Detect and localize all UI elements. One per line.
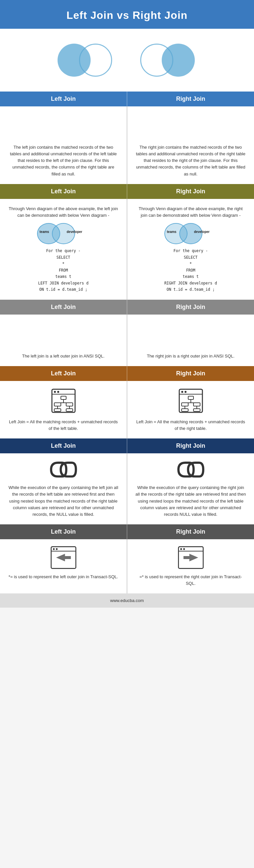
- section-2-left-title: Left Join: [0, 184, 127, 199]
- svg-rect-7: [54, 403, 61, 406]
- svg-point-15: [181, 391, 183, 393]
- section-3-left-venn: [42, 321, 85, 348]
- section-4-left-title: Left Join: [0, 366, 127, 381]
- svg-rect-8: [66, 403, 73, 406]
- section-3-body: The left join is a left outer join in AN…: [0, 315, 254, 366]
- section-1-left-col: The left join contains the matched recor…: [0, 106, 127, 184]
- svg-point-16: [185, 391, 187, 393]
- section-2: Left Join Right Join Through Venn diagra…: [0, 184, 254, 300]
- section-5-right-text: While the execution of the query contain…: [135, 485, 246, 518]
- footer-url: www.educba.com: [110, 598, 144, 603]
- section-3-left-title: Left Join: [0, 300, 127, 315]
- section-1-left-text: The left join contains the matched recor…: [8, 144, 119, 178]
- venn-circle-right: [42, 321, 66, 345]
- section-5-body: While the execution of the query contain…: [0, 453, 254, 524]
- section-6-left-title: Left Join: [0, 524, 127, 539]
- section-1-right-col: The right join contains the matched reco…: [127, 106, 254, 184]
- section-3-right-venn: [169, 321, 212, 348]
- svg-point-33: [183, 548, 185, 550]
- section-5-right-col: While the execution of the query contain…: [127, 453, 254, 524]
- section-2-left-query: For the query - SELECT*FROMteams tLEFT J…: [8, 248, 119, 293]
- svg-rect-4: [61, 396, 66, 400]
- query-venn-left-label: teams: [40, 229, 49, 235]
- svg-rect-12: [66, 409, 73, 411]
- section-3-right-col: The right join is a right outer join in …: [127, 315, 254, 366]
- svg-rect-20: [181, 403, 188, 406]
- section-1-left-title: Left Join: [0, 92, 127, 106]
- section-4: Left Join Right Join: [0, 366, 254, 438]
- section-3-right-text: The right join is a right outer join in …: [135, 353, 246, 360]
- section-4-header: Left Join Right Join: [0, 366, 254, 381]
- section-5-left-title: Left Join: [0, 438, 127, 453]
- svg-point-29: [56, 548, 57, 550]
- section-5-left-text: While the execution of the query contain…: [8, 485, 119, 518]
- section-1: Left Join Right Join The left join conta…: [0, 92, 254, 184]
- svg-rect-17: [188, 396, 194, 400]
- section-4-left-col: Left Join = All the matching records + u…: [0, 381, 127, 438]
- query-venn-right-label: developer: [67, 229, 82, 235]
- svg-rect-21: [194, 403, 200, 406]
- section-5: Left Join Right Join While the execution…: [0, 438, 254, 524]
- page-footer: www.educba.com: [0, 593, 254, 608]
- window-icon-right: [178, 546, 204, 569]
- section-5-header: Left Join Right Join: [0, 438, 254, 453]
- section-4-body: Left Join = All the matching records + u…: [0, 381, 254, 438]
- right-circle: [162, 43, 195, 76]
- query-venn-right-label: developer: [194, 229, 210, 235]
- section-3-left-col: The left join is a left outer join in AN…: [0, 315, 127, 366]
- section-1-header: Left Join Right Join: [0, 92, 254, 106]
- section-2-right-title: Right Join: [127, 184, 254, 199]
- svg-point-3: [57, 391, 59, 393]
- section-5-right-title: Right Join: [127, 438, 254, 453]
- chain-icon-right: [174, 460, 207, 480]
- section-2-left-col: Through Venn diagram of the above exampl…: [0, 199, 127, 300]
- section-6-left-text: *= is used to represent the left outer j…: [8, 574, 119, 580]
- query-venn-left-label: teams: [167, 229, 177, 235]
- top-venn-section: [0, 29, 254, 92]
- section-2-right-venn: teams developer: [164, 222, 217, 245]
- svg-rect-11: [54, 409, 61, 411]
- venn-circle-right: [169, 113, 193, 137]
- page-title: Left Join vs Right Join: [7, 9, 247, 22]
- section-6-left-col: *= is used to represent the left outer j…: [0, 539, 127, 593]
- section-6-body: *= is used to represent the left outer j…: [0, 539, 254, 593]
- section-2-left-intro: Through Venn diagram of the above exampl…: [8, 206, 119, 219]
- section-1-right-title: Right Join: [127, 92, 254, 106]
- chain-icon-left: [47, 460, 80, 480]
- section-6-right-text: =* is used to represent the right outer …: [135, 574, 246, 587]
- top-left-venn: [58, 42, 114, 78]
- page-header: Left Join vs Right Join: [0, 0, 254, 29]
- section-4-right-col: Left Join = All the matching records + u…: [127, 381, 254, 438]
- window-icon-left: [50, 546, 77, 569]
- section-6-header: Left Join Right Join: [0, 524, 254, 539]
- section-4-right-title: Right Join: [127, 366, 254, 381]
- section-2-left-venn: teams developer: [37, 222, 90, 245]
- svg-point-32: [180, 548, 182, 550]
- section-1-left-venn: [42, 113, 85, 140]
- section-3: Left Join Right Join The left join is a …: [0, 300, 254, 366]
- section-6: Left Join Right Join *= is used to repre…: [0, 524, 254, 593]
- section-5-left-col: While the execution of the query contain…: [0, 453, 127, 524]
- section-3-header: Left Join Right Join: [0, 300, 254, 315]
- section-2-body: Through Venn diagram of the above exampl…: [0, 199, 254, 300]
- section-3-left-text: The left join is a left outer join in AN…: [8, 353, 119, 360]
- section-1-right-venn: [169, 113, 212, 140]
- svg-point-2: [54, 391, 56, 393]
- section-1-body: The left join contains the matched recor…: [0, 106, 254, 184]
- svg-rect-24: [181, 409, 188, 411]
- venn-circle-right: [42, 113, 66, 137]
- section-2-right-col: Through Venn diagram of the above exampl…: [127, 199, 254, 300]
- section-2-header: Left Join Right Join: [0, 184, 254, 199]
- svg-point-28: [53, 548, 55, 550]
- venn-circle-right: [169, 321, 193, 345]
- section-4-right-text: Left Join = All the matching records + u…: [135, 418, 246, 432]
- database-icon-right: [178, 388, 204, 414]
- section-4-left-text: Left Join = All the matching records + u…: [8, 418, 119, 432]
- section-6-right-col: =* is used to represent the right outer …: [127, 539, 254, 593]
- database-icon-left: [50, 388, 77, 414]
- section-6-right-title: Right Join: [127, 524, 254, 539]
- right-circle: [79, 43, 112, 76]
- section-2-right-intro: Through Venn diagram of the above exampl…: [135, 206, 246, 219]
- section-1-right-text: The right join contains the matched reco…: [135, 144, 246, 178]
- section-3-right-title: Right Join: [127, 300, 254, 315]
